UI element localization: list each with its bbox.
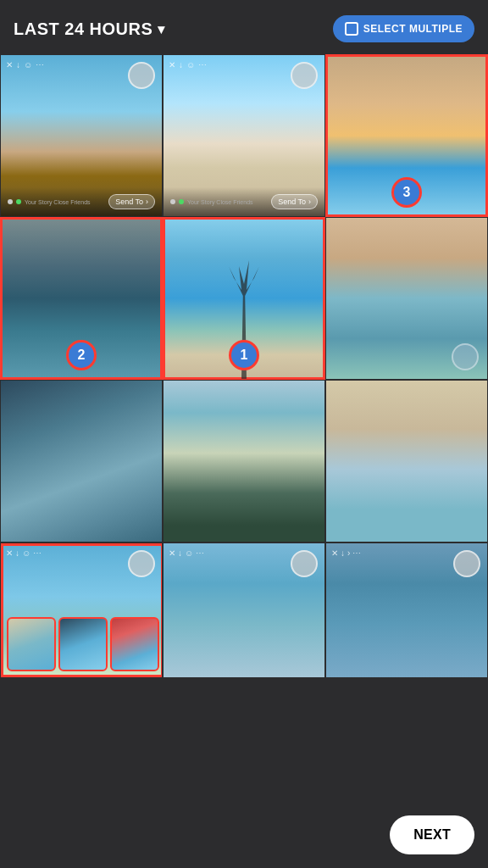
- close-icon-1: ✕: [6, 60, 13, 70]
- close-icon-b2: ✕: [169, 548, 175, 558]
- grid-cell-5[interactable]: 1: [163, 217, 325, 380]
- send-to-label-1: Send To: [115, 198, 143, 206]
- story-dots-1: Your Story Close Friends: [8, 199, 91, 205]
- download-icon-2: ↓: [179, 60, 183, 70]
- grid-cell-4[interactable]: 2: [0, 217, 163, 380]
- grid-cell-9[interactable]: [325, 380, 488, 542]
- avatar-1: [128, 62, 155, 89]
- story-dots-2: Your Story Close Friends: [170, 199, 253, 205]
- grid-cell-2[interactable]: ✕ ↓ ☺ ⋯ Your Story Close Friends Send To…: [163, 54, 325, 217]
- grid-cell-1[interactable]: ✕ ↓ ☺ ⋯ Your Story Close Friends Send To…: [0, 54, 163, 217]
- grid-cell-6[interactable]: [325, 217, 488, 380]
- bottom-story-icons-2: ✕ ↓ ☺ ⋯: [169, 548, 204, 558]
- photo-grid: ✕ ↓ ☺ ⋯ Your Story Close Friends Send To…: [0, 54, 488, 542]
- bottom-cell-2[interactable]: ✕ ↓ ☺ ⋯: [163, 542, 325, 678]
- next-button[interactable]: NEXT: [390, 815, 474, 854]
- send-to-button-1[interactable]: Send To ›: [108, 194, 155, 209]
- close-friends-dot-2: [179, 199, 184, 204]
- header: LAST 24 HOURS ▾ SELECT MULTIPLE: [0, 0, 488, 54]
- more-icon-1: ⋯: [36, 60, 44, 70]
- download-icon-b3: ↓: [341, 548, 345, 558]
- story-label-2: Your Story Close Friends: [187, 199, 253, 205]
- send-to-label-2: Send To: [278, 198, 306, 206]
- story-icons-top-1: ✕ ↓ ☺ ⋯: [6, 60, 44, 70]
- close-friends-dot-1: [16, 199, 21, 204]
- selection-badge-5: 1: [229, 340, 259, 370]
- more-icon-b2: ⋯: [196, 548, 204, 558]
- grid-cell-8[interactable]: [163, 380, 325, 542]
- send-to-arrow-2: ›: [308, 198, 311, 206]
- download-icon-1: ↓: [16, 60, 20, 70]
- next-icon-b3: ›: [347, 548, 350, 558]
- close-icon-2: ✕: [169, 60, 175, 70]
- header-title-container[interactable]: LAST 24 HOURS ▾: [14, 19, 165, 39]
- download-icon-b2: ↓: [178, 548, 182, 558]
- send-to-arrow-1: ›: [146, 198, 148, 206]
- more-icon-2: ⋯: [198, 60, 207, 70]
- thumb-3[interactable]: [110, 617, 159, 671]
- header-chevron-icon: ▾: [158, 21, 165, 37]
- emoji-icon-2: ☺: [186, 60, 195, 70]
- your-story-dot-1: [8, 199, 13, 204]
- bottom-cell-1[interactable]: ✕ ↓ ☺ ⋯: [0, 542, 163, 678]
- emoji-icon-1: ☺: [24, 60, 32, 70]
- close-icon-b3: ✕: [331, 548, 338, 558]
- header-title-text: LAST 24 HOURS: [14, 19, 152, 39]
- avatar-b3: [453, 550, 480, 577]
- thumb-1[interactable]: [7, 617, 56, 671]
- send-to-button-2[interactable]: Send To ›: [271, 194, 318, 209]
- selection-badge-3: 3: [391, 177, 422, 208]
- avatar-2: [291, 62, 318, 89]
- story-label-1: Your Story Close Friends: [25, 199, 91, 205]
- your-story-dot-2: [170, 199, 175, 204]
- checkbox-icon: [345, 22, 358, 36]
- bottom-story-icons-3: ✕ ↓ › ⋯: [331, 548, 361, 558]
- bottom-row: ✕ ↓ ☺ ⋯ ✕ ↓ ☺ ⋯ ✕ ↓ › ⋯: [0, 542, 488, 678]
- next-button-container: NEXT: [390, 815, 474, 854]
- select-multiple-label: SELECT MULTIPLE: [363, 23, 463, 35]
- story-icons-top-2: ✕ ↓ ☺ ⋯: [169, 60, 207, 70]
- story-overlay-2: Your Story Close Friends Send To ›: [164, 187, 324, 216]
- empty-circle-6: [452, 343, 479, 370]
- selection-badge-4: 2: [66, 340, 97, 370]
- bottom-cell-3[interactable]: ✕ ↓ › ⋯: [325, 542, 488, 678]
- thumb-2[interactable]: [58, 617, 108, 671]
- select-multiple-button[interactable]: SELECT MULTIPLE: [333, 15, 474, 42]
- story-overlay-1: Your Story Close Friends Send To ›: [1, 187, 162, 216]
- more-icon-b3: ⋯: [352, 548, 361, 558]
- emoji-icon-b2: ☺: [185, 548, 193, 558]
- grid-cell-7[interactable]: [0, 380, 163, 542]
- avatar-b2: [291, 550, 318, 577]
- grid-cell-3[interactable]: 3: [325, 54, 488, 217]
- thumbnail-strip: [1, 543, 163, 677]
